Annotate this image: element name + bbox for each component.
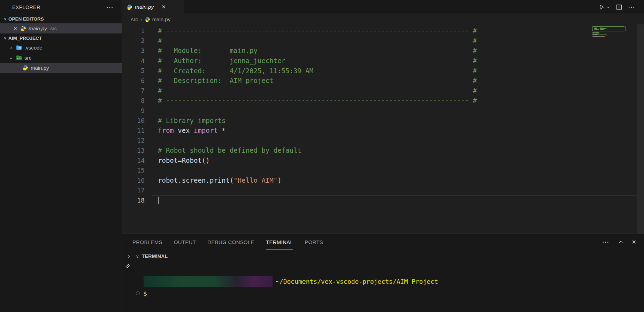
- chevron-right-icon[interactable]: [126, 254, 131, 259]
- code-line-content: robot.screen.print("Hello AIM"): [152, 175, 637, 185]
- tab-mainpy[interactable]: main.py ✕: [122, 0, 184, 14]
- code-line-content: # Module: main.py#: [152, 46, 637, 56]
- line-number[interactable]: 17: [122, 187, 152, 194]
- code-line[interactable]: 7##: [122, 86, 644, 96]
- tab-label: main.py: [135, 4, 154, 10]
- code-line[interactable]: 8# -------------------------------------…: [122, 96, 644, 106]
- panel-tab-terminal[interactable]: TERMINAL: [266, 234, 293, 250]
- code-line-content: from vex import *: [152, 125, 637, 136]
- panel-tab-problems[interactable]: PROBLEMS: [132, 234, 162, 250]
- code-line-content: robot=Robot(): [152, 155, 637, 166]
- more-actions-icon[interactable]: ⋯: [628, 3, 636, 11]
- code-line[interactable]: 14robot=Robot(): [122, 155, 644, 166]
- line-number[interactable]: 12: [122, 137, 152, 144]
- line-number[interactable]: 14: [122, 157, 152, 164]
- code-line[interactable]: 17: [122, 185, 644, 196]
- panel-tab-bar: PROBLEMSOUTPUTDEBUG CONSOLETERMINALPORTS: [122, 234, 644, 250]
- code-line[interactable]: 3# Module: main.py#: [122, 46, 644, 56]
- panel-tab-ports[interactable]: PORTS: [305, 234, 323, 250]
- code-line-content: ##: [152, 86, 637, 96]
- line-number[interactable]: 3: [122, 47, 152, 54]
- line-number[interactable]: 16: [122, 177, 152, 184]
- code-line[interactable]: 10# Library imports: [122, 115, 644, 125]
- tree-item-mainpy[interactable]: main.py: [0, 63, 122, 73]
- minimap[interactable]: [592, 26, 626, 40]
- project-header[interactable]: ∨ AIM_PROJECT: [0, 33, 122, 43]
- project-label: AIM_PROJECT: [8, 36, 42, 41]
- code-area: 1# -------------------------------------…: [122, 26, 644, 205]
- code-line[interactable]: 11from vex import *: [122, 125, 644, 136]
- open-editor-file-detail: src: [51, 26, 57, 31]
- code-line[interactable]: 1# -------------------------------------…: [122, 26, 644, 36]
- split-editor-button[interactable]: [616, 4, 622, 10]
- open-editors-header[interactable]: ∨ OPEN EDITORS: [0, 14, 122, 23]
- open-editors-label: OPEN EDITORS: [8, 16, 44, 22]
- run-button[interactable]: [599, 4, 610, 10]
- code-line[interactable]: 18: [122, 195, 644, 205]
- breadcrumb-file[interactable]: main.py: [152, 16, 171, 22]
- code-line-content: # Library imports: [152, 115, 637, 125]
- code-line[interactable]: 15: [122, 165, 644, 175]
- editor-actions: ⋯: [599, 0, 644, 14]
- python-icon: [127, 4, 132, 10]
- terminal-section-label[interactable]: TERMINAL: [142, 253, 168, 259]
- line-number[interactable]: 15: [122, 167, 152, 174]
- panel-actions: ⋯ ✕: [602, 234, 644, 250]
- line-number[interactable]: 4: [122, 57, 152, 64]
- terminal-switch-icon[interactable]: [124, 262, 131, 269]
- panel-more-icon[interactable]: ⋯: [602, 238, 610, 246]
- close-icon[interactable]: ✕: [161, 4, 166, 10]
- code-line-content: ##: [152, 36, 637, 46]
- terminal-section-header: ∨ TERMINAL: [122, 251, 168, 261]
- code-line-content: # Robot should be defined by default: [152, 145, 637, 155]
- code-line[interactable]: 9: [122, 106, 644, 116]
- line-number[interactable]: 11: [122, 127, 152, 134]
- code-editor[interactable]: 1# -------------------------------------…: [122, 24, 644, 234]
- chevron-down-icon[interactable]: ∨: [136, 254, 139, 259]
- tree-item-label: src: [24, 55, 31, 61]
- code-line-content: # Author: jenna_juechter#: [152, 56, 637, 66]
- panel-tab-debug-console[interactable]: DEBUG CONSOLE: [207, 234, 254, 250]
- chevron-right-icon: ›: [8, 45, 14, 50]
- explorer-more-icon[interactable]: ⋯: [106, 3, 114, 12]
- panel-close-icon[interactable]: ✕: [632, 239, 636, 245]
- code-line[interactable]: 13# Robot should be defined by default: [122, 145, 644, 155]
- code-line-content: # Created: 4/1/2025, 11:55:39 AM#: [152, 66, 637, 76]
- chevron-down-icon: ⌄: [8, 55, 14, 60]
- line-number[interactable]: 10: [122, 117, 152, 124]
- code-line-content: [152, 165, 637, 175]
- tab-bar: main.py ✕ ⋯: [122, 0, 644, 14]
- line-number[interactable]: 8: [122, 97, 152, 104]
- line-number[interactable]: 18: [122, 197, 152, 204]
- code-line-content: # --------------------------------------…: [152, 26, 637, 36]
- svg-text:</>: </>: [17, 57, 21, 60]
- chevron-up-icon[interactable]: [618, 239, 623, 245]
- code-line-content: [152, 195, 637, 205]
- line-number[interactable]: 13: [122, 147, 152, 154]
- tree-item-src-folder[interactable]: ⌄ </> src: [0, 53, 122, 63]
- open-editor-item-mainpy[interactable]: ✕ main.py src: [0, 23, 122, 33]
- line-number[interactable]: 5: [122, 67, 152, 74]
- code-line-content: # Description: AIM project#: [152, 76, 637, 86]
- line-number[interactable]: 7: [122, 87, 152, 94]
- code-line[interactable]: 16robot.screen.print("Hello AIM"): [122, 175, 644, 185]
- line-number[interactable]: 6: [122, 77, 152, 84]
- terminal-prompt-row[interactable]: $: [136, 289, 147, 297]
- code-line[interactable]: 12: [122, 136, 644, 146]
- close-icon[interactable]: ✕: [13, 26, 20, 31]
- chevron-down-icon: [606, 5, 610, 9]
- breadcrumb-folder[interactable]: src: [131, 16, 138, 22]
- tree-item-vscode-folder[interactable]: › .vscode: [0, 43, 122, 53]
- code-line[interactable]: 5# Created: 4/1/2025, 11:55:39 AM#: [122, 66, 644, 76]
- panel-tab-output[interactable]: OUTPUT: [174, 234, 196, 250]
- code-line[interactable]: 2##: [122, 36, 644, 46]
- code-line[interactable]: 6# Description: AIM project#: [122, 76, 644, 86]
- editor-scrollbar[interactable]: [637, 24, 644, 234]
- terminal-prompt: $: [143, 290, 147, 297]
- line-number[interactable]: 2: [122, 37, 152, 44]
- line-number[interactable]: 9: [122, 107, 152, 114]
- code-line[interactable]: 4# Author: jenna_juechter#: [122, 56, 644, 66]
- vscode-folder-icon: [16, 45, 22, 51]
- line-number[interactable]: 1: [122, 27, 152, 35]
- tree-item-label: .vscode: [24, 45, 43, 51]
